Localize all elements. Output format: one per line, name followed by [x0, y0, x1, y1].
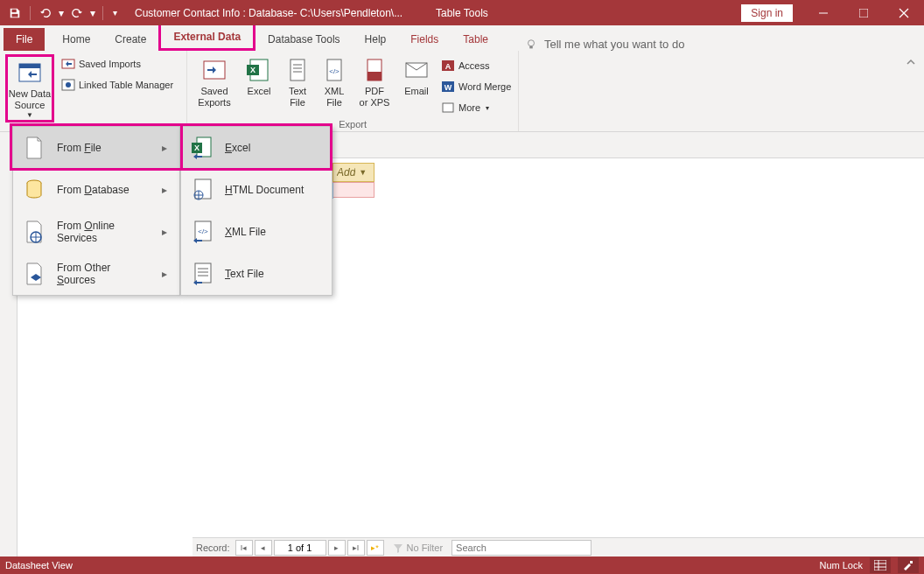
- close-button[interactable]: [884, 0, 924, 25]
- export-xml-button[interactable]: </> XML File: [318, 54, 350, 108]
- new-data-source-button[interactable]: New Data Source ▼: [5, 54, 54, 122]
- ribbon-group-export: Saved Exports X Excel Text File </> XML …: [187, 51, 519, 131]
- dropdown-caret-icon: ▼: [359, 168, 367, 177]
- export-access-label: Access: [458, 60, 489, 71]
- menu-from-file[interactable]: From File ▸: [13, 127, 179, 169]
- undo-icon[interactable]: [36, 4, 55, 23]
- export-excel-button[interactable]: X Excel: [242, 54, 276, 97]
- html-import-icon: [190, 178, 214, 202]
- tell-me-placeholder: Tell me what you want to do: [544, 38, 684, 51]
- export-email-button[interactable]: Email: [399, 54, 434, 97]
- email-icon: [402, 56, 430, 84]
- new-record-button[interactable]: ▸*: [367, 540, 384, 556]
- from-file-submenu: X Excel HTML Document </> XML File Text …: [180, 126, 332, 296]
- submenu-xml-label: XML File: [225, 226, 321, 238]
- menu-from-database[interactable]: From Database ▸: [13, 169, 179, 211]
- svg-rect-1: [12, 13, 18, 17]
- qat-customize-icon[interactable]: ▾: [108, 4, 121, 23]
- last-record-button[interactable]: ▸I: [347, 540, 365, 556]
- ribbon: New Data Source ▼ Saved Imports Linked T…: [0, 51, 924, 132]
- filter-indicator[interactable]: No Filter: [393, 542, 444, 553]
- datasheet-cell[interactable]: [332, 182, 374, 198]
- svg-rect-0: [12, 9, 17, 12]
- first-record-button[interactable]: I◂: [235, 540, 253, 556]
- minimize-button[interactable]: [803, 0, 844, 25]
- separator: [102, 6, 103, 20]
- tell-me-search[interactable]: Tell me what you want to do: [525, 38, 684, 51]
- tab-table[interactable]: Table: [451, 28, 500, 51]
- linked-table-manager-button[interactable]: Linked Table Manager: [60, 75, 175, 94]
- word-icon: W: [441, 80, 455, 94]
- view-mode-label: Datasheet View: [5, 560, 73, 570]
- tab-create[interactable]: Create: [102, 28, 158, 51]
- signin-button[interactable]: Sign in: [741, 4, 793, 22]
- database-icon: [22, 178, 46, 202]
- svg-point-6: [528, 39, 534, 46]
- redo-icon[interactable]: [67, 4, 87, 23]
- export-more-button[interactable]: More ▾: [439, 98, 513, 117]
- tab-fields[interactable]: Fields: [398, 28, 451, 51]
- menu-from-online[interactable]: From Online Services ▸: [13, 211, 179, 253]
- menu-from-database-label: From Database: [57, 184, 150, 196]
- chevron-right-icon: ▸: [160, 142, 169, 154]
- svg-rect-7: [529, 46, 533, 48]
- status-bar: Datasheet View Num Lock: [0, 556, 924, 574]
- svg-text:A: A: [445, 62, 452, 71]
- record-position-input[interactable]: [274, 540, 326, 556]
- tab-home[interactable]: Home: [50, 28, 102, 51]
- svg-point-12: [66, 82, 71, 88]
- linked-table-manager-label: Linked Table Manager: [79, 80, 173, 90]
- submenu-xml[interactable]: </> XML File: [181, 211, 332, 253]
- lightbulb-icon: [525, 38, 537, 51]
- design-view-button[interactable]: [898, 557, 919, 573]
- new-data-source-label: New Data Source: [9, 88, 51, 111]
- column-click-to-add[interactable]: Add ▼: [332, 163, 374, 182]
- export-text-button[interactable]: Text File: [282, 54, 313, 108]
- record-search-input[interactable]: [452, 540, 592, 556]
- datasheet-grid: [332, 198, 924, 537]
- export-word-merge-button[interactable]: W Word Merge: [439, 77, 513, 96]
- excel-import-icon: X: [190, 136, 214, 160]
- next-record-button[interactable]: ▸: [328, 540, 346, 556]
- submenu-text[interactable]: Text File: [181, 253, 332, 295]
- export-xml-label: XML File: [325, 86, 345, 108]
- submenu-excel[interactable]: X Excel: [181, 127, 332, 169]
- export-pdf-label: PDF or XPS: [360, 86, 390, 108]
- prev-record-button[interactable]: ◂: [255, 540, 272, 556]
- tab-help[interactable]: Help: [353, 28, 399, 51]
- svg-rect-45: [874, 560, 886, 570]
- database-import-icon: [16, 59, 44, 87]
- datasheet: Add ▼: [332, 163, 924, 537]
- filter-icon: [393, 542, 403, 553]
- online-services-icon: [22, 220, 46, 244]
- export-pdf-button[interactable]: PDF or XPS: [355, 54, 394, 108]
- export-access-button[interactable]: A Access: [439, 56, 513, 75]
- saved-imports-button[interactable]: Saved Imports: [60, 54, 175, 74]
- svg-rect-17: [290, 60, 304, 80]
- new-data-source-menu: From File ▸ From Database ▸ From Online …: [12, 126, 180, 296]
- svg-rect-24: [368, 72, 382, 80]
- tab-file[interactable]: File: [4, 28, 45, 51]
- access-icon: A: [441, 59, 455, 73]
- xml-file-icon: </>: [320, 56, 348, 84]
- svg-text:W: W: [444, 83, 452, 92]
- datasheet-view-button[interactable]: [870, 557, 891, 573]
- submenu-html[interactable]: HTML Document: [181, 169, 332, 211]
- other-sources-icon: [22, 262, 46, 286]
- redo-dropdown-icon[interactable]: ▾: [88, 4, 97, 23]
- saved-exports-button[interactable]: Saved Exports: [192, 54, 236, 108]
- menu-from-other[interactable]: From Other Sources ▸: [13, 253, 179, 295]
- window-title: Customer Contact Info : Database- C:\Use…: [135, 7, 402, 19]
- menu-from-online-label: From Online Services: [57, 220, 150, 244]
- separator: [30, 6, 31, 20]
- svg-text:</>: </>: [198, 228, 208, 235]
- export-text-label: Text File: [289, 86, 306, 108]
- chevron-right-icon: ▸: [160, 268, 169, 280]
- maximize-button[interactable]: [844, 0, 884, 25]
- undo-dropdown-icon[interactable]: ▾: [57, 4, 66, 23]
- tab-database-tools[interactable]: Database Tools: [256, 28, 353, 51]
- ribbon-collapse-button[interactable]: [903, 54, 919, 70]
- export-excel-label: Excel: [248, 86, 271, 97]
- save-icon[interactable]: [5, 4, 24, 23]
- tab-external-data[interactable]: External Data: [158, 23, 256, 51]
